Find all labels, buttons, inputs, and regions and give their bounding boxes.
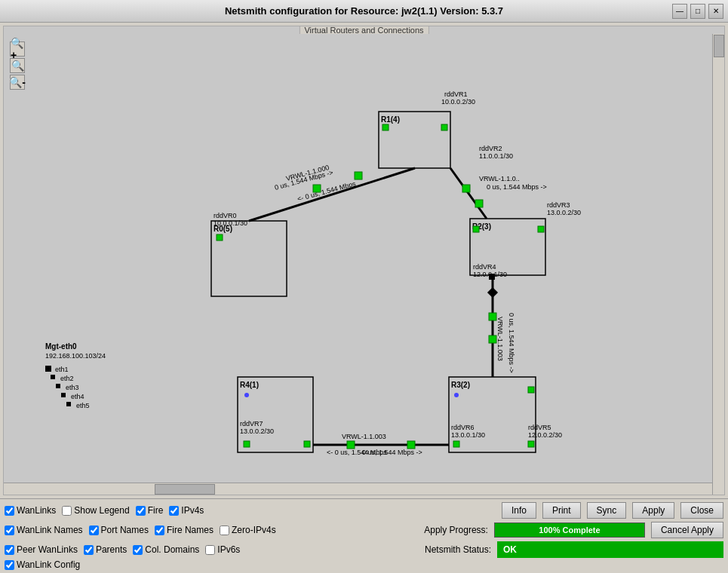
- svg-text:rddVR0: rddVR0: [213, 212, 237, 219]
- main-container: Virtual Routers and Connections 🔍+ 🔍 🔍- …: [0, 23, 728, 573]
- minimize-button[interactable]: —: [672, 4, 687, 19]
- svg-rect-19: [407, 441, 415, 449]
- print-button[interactable]: Print: [542, 502, 581, 519]
- window-controls: — □ ✕: [672, 4, 723, 19]
- zoom-controls: 🔍+ 🔍 🔍-: [10, 41, 25, 90]
- zoom-fit-button[interactable]: 🔍: [10, 58, 25, 73]
- svg-point-57: [244, 393, 249, 397]
- svg-rect-54: [528, 387, 534, 393]
- svg-text:13.0.0.2/30: 13.0.0.2/30: [547, 209, 581, 216]
- bottom-toolbar: WanLinks Show Legend Fire IPv4s Info Pri…: [0, 498, 728, 573]
- fire-names-checkbox[interactable]: Fire Names: [155, 525, 213, 535]
- svg-text:VRWL-1.1.003: VRWL-1.1.003: [496, 317, 504, 361]
- svg-text:rddVR1: rddVR1: [444, 90, 468, 98]
- col-domains-checkbox[interactable]: Col. Domains: [133, 544, 199, 555]
- svg-text:eth1: eth1: [55, 366, 69, 373]
- svg-rect-72: [61, 393, 66, 397]
- toolbar-row3: Peer WanLinks Parents Col. Domains IPv6s…: [5, 541, 723, 558]
- svg-rect-43: [538, 226, 544, 232]
- maximize-button[interactable]: □: [690, 4, 705, 19]
- toolbar-row1: WanLinks Show Legend Fire IPv4s Info Pri…: [5, 502, 723, 519]
- svg-text:10.0.0.2/30: 10.0.0.2/30: [441, 98, 475, 106]
- show-legend-checkbox[interactable]: Show Legend: [62, 505, 129, 516]
- svg-text:13.0.0.2/30: 13.0.0.2/30: [240, 427, 274, 435]
- svg-text:11.0.0.1/30: 11.0.0.1/30: [479, 152, 513, 160]
- port-names-checkbox[interactable]: Port Names: [89, 525, 149, 535]
- parents-checkbox[interactable]: Parents: [84, 544, 127, 555]
- svg-rect-33: [441, 124, 447, 130]
- svg-rect-14: [487, 287, 498, 298]
- svg-text:192.168.100.103/24: 192.168.100.103/24: [45, 352, 106, 360]
- svg-rect-32: [382, 124, 389, 130]
- svg-rect-52: [453, 441, 459, 447]
- svg-text:eth3: eth3: [66, 384, 79, 391]
- svg-rect-60: [244, 441, 250, 447]
- zoom-in-button[interactable]: 🔍+: [10, 41, 25, 57]
- svg-rect-18: [347, 441, 355, 449]
- svg-text:rddVR4: rddVR4: [473, 263, 496, 271]
- netsmith-status-label: Netsmith Status:: [425, 544, 491, 555]
- apply-button[interactable]: Apply: [632, 502, 674, 519]
- horizontal-scrollbar[interactable]: [4, 483, 712, 495]
- svg-text:0 us, 1.544 Mbps ->: 0 us, 1.544 Mbps ->: [487, 183, 547, 191]
- sync-button[interactable]: Sync: [587, 502, 627, 519]
- status-value: OK: [497, 541, 723, 558]
- wanlink-config-checkbox[interactable]: WanLink Config: [5, 559, 80, 570]
- svg-text:R1(4): R1(4): [381, 115, 400, 124]
- vertical-scrollbar[interactable]: [712, 34, 724, 495]
- svg-text:rddVR2: rddVR2: [479, 145, 502, 152]
- svg-text:rddVR7: rddVR7: [240, 420, 263, 427]
- svg-rect-27: [217, 234, 223, 241]
- apply-progress-label: Apply Progress:: [424, 525, 488, 535]
- progress-bar: 100% Complete: [494, 522, 645, 538]
- svg-text:Mgt-eth0: Mgt-eth0: [45, 342, 77, 351]
- wanlink-names-checkbox[interactable]: WanLink Names: [5, 525, 83, 535]
- svg-text:10.0.0.1/30: 10.0.0.1/30: [213, 219, 247, 227]
- toolbar-row4: WanLink Config: [5, 559, 723, 570]
- svg-text:eth5: eth5: [76, 402, 90, 409]
- svg-rect-8: [475, 200, 483, 207]
- peer-wanlinks-checkbox[interactable]: Peer WanLinks: [5, 544, 78, 555]
- svg-rect-2: [355, 172, 362, 179]
- toolbar-row2: WanLink Names Port Names Fire Names Zero…: [5, 522, 723, 538]
- canvas-wrapper: Virtual Routers and Connections 🔍+ 🔍 🔍- …: [3, 26, 725, 495]
- cancel-apply-button[interactable]: Cancel Apply: [651, 522, 723, 538]
- progress-bar-fill: 100% Complete: [495, 523, 644, 537]
- window-title: Netsmith configuration for Resource: jw2…: [225, 5, 503, 17]
- svg-text:rddVR6: rddVR6: [451, 424, 475, 431]
- svg-rect-13: [489, 336, 496, 343]
- svg-rect-73: [66, 402, 71, 406]
- network-canvas[interactable]: VRWL-1.1.000 0 us, 1.544 Mbps -> <- 0 us…: [4, 34, 712, 483]
- ipv6s-checkbox[interactable]: IPv6s: [205, 544, 240, 555]
- svg-text:eth4: eth4: [71, 393, 84, 400]
- svg-text:VRWL-1.1.0..: VRWL-1.1.0..: [479, 175, 520, 182]
- fire-checkbox[interactable]: Fire: [136, 505, 164, 516]
- svg-text:12.0.0.2/30: 12.0.0.2/30: [528, 431, 562, 439]
- svg-rect-53: [528, 441, 534, 447]
- svg-rect-61: [304, 441, 310, 447]
- svg-text:R3(2): R3(2): [451, 381, 470, 389]
- zoom-out-button[interactable]: 🔍-: [10, 75, 25, 90]
- svg-rect-70: [51, 375, 55, 379]
- close-button[interactable]: ✕: [708, 4, 723, 19]
- title-bar: Netsmith configuration for Resource: jw2…: [0, 0, 728, 23]
- close-button[interactable]: Close: [680, 502, 723, 519]
- svg-rect-71: [56, 384, 60, 388]
- wanlinks-checkbox[interactable]: WanLinks: [5, 505, 56, 516]
- svg-text:13.0.0.1/30: 13.0.0.1/30: [451, 431, 485, 439]
- ipv4s-checkbox[interactable]: IPv4s: [169, 505, 204, 516]
- svg-rect-42: [473, 226, 479, 232]
- info-button[interactable]: Info: [502, 502, 536, 519]
- zero-ipv4s-checkbox[interactable]: Zero-IPv4s: [220, 525, 276, 535]
- svg-rect-64: [45, 366, 51, 372]
- svg-rect-12: [489, 313, 496, 320]
- svg-text:0 us, 1.544 Mbps ->: 0 us, 1.544 Mbps ->: [362, 449, 422, 456]
- svg-text:eth2: eth2: [60, 375, 74, 382]
- svg-text:rddVR5: rddVR5: [528, 424, 551, 431]
- svg-rect-7: [462, 185, 470, 192]
- svg-text:rddVR3: rddVR3: [547, 201, 570, 209]
- svg-text:R4(1): R4(1): [240, 381, 259, 389]
- svg-rect-44: [489, 274, 495, 280]
- svg-text:0 us, 1.544 Mbps ->: 0 us, 1.544 Mbps ->: [508, 313, 515, 373]
- svg-point-47: [454, 393, 459, 397]
